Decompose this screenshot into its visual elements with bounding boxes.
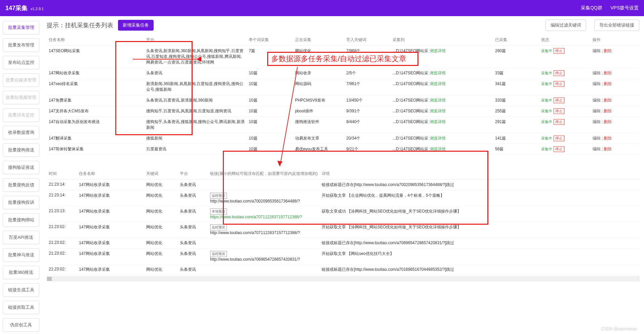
sidebar-item-0[interactable]: 批量采集管理: [3, 21, 39, 34]
cell-operation: 编辑|删除: [591, 46, 639, 68]
remote-preview-btn[interactable]: 远程预览: [210, 224, 227, 230]
edit-link[interactable]: 编辑: [593, 119, 601, 124]
link-qq-group[interactable]: 采集QQ群: [581, 5, 602, 11]
cell-log-task: 147网站收录采集: [77, 190, 144, 206]
cell-collecting: 易优eyou发布工具: [293, 144, 345, 155]
sidebar-item-17[interactable]: 伪原创工具: [3, 318, 39, 332]
stop-button[interactable]: 停止: [554, 119, 564, 125]
cell-task-name: 147seo排名采集: [47, 79, 144, 95]
stop-button[interactable]: 停止: [554, 70, 564, 76]
sidebar-item-10[interactable]: 批量搜狗投诉: [3, 196, 39, 209]
task-row: 147自动采集为原创发布推送搜狗知乎,头条资讯,搜狐新闻,搜狗公众号,腾讯新闻,…: [47, 117, 639, 133]
sidebar-item-13[interactable]: 批量神马推送: [3, 248, 39, 262]
sidebar-item-8[interactable]: 搜狗验证推送: [3, 161, 39, 174]
edit-link[interactable]: 编辑: [593, 109, 601, 113]
cell-log-keyword: 网站优化: [144, 190, 178, 206]
th-status: 状态: [539, 34, 591, 46]
view-detail-link[interactable]: 浏览详情: [430, 147, 446, 151]
delete-link[interactable]: 删除: [604, 136, 612, 141]
export-error-links-button[interactable]: 导出全部错误链接: [594, 20, 639, 31]
edit-link[interactable]: 编辑: [593, 136, 601, 141]
stop-button[interactable]: 停止: [554, 48, 564, 54]
log-url[interactable]: http://www.toutiao.com/a7069654728657420…: [210, 257, 300, 262]
view-detail-link[interactable]: 浏览详情: [430, 71, 446, 75]
cell-import: 9/440个: [344, 117, 390, 133]
cell-log-detail: 开始获取文章 【涂网科技_网站SEO优化如何做_关于SEO优化详细操作步骤】: [320, 222, 639, 238]
edit-link[interactable]: 编辑: [593, 98, 601, 103]
sidebar-item-7[interactable]: 批量搜狗推送: [3, 143, 39, 157]
delete-link[interactable]: 删除: [604, 71, 612, 75]
view-detail-link[interactable]: 浏览详情: [430, 109, 446, 113]
delete-link[interactable]: 删除: [604, 81, 612, 86]
view-detail-link[interactable]: 浏览详情: [430, 81, 446, 86]
delete-link[interactable]: 删除: [604, 147, 612, 151]
page-title-row: 提示：挂机采集任务列表 新增采集任务 编辑过滤关键词 导出全部错误链接: [47, 20, 639, 31]
stop-button[interactable]: 停止: [554, 81, 564, 87]
page-title: 提示：挂机采集任务列表: [47, 21, 113, 29]
sidebar-item-3: 批量自媒体管理: [3, 73, 39, 87]
delete-link[interactable]: 删除: [604, 48, 612, 53]
cell-operation: 编辑|删除: [591, 144, 639, 155]
sidebar-item-14[interactable]: 批量360推送: [3, 266, 39, 279]
log-url[interactable]: http://www.toutiao.com/a7071122637157712…: [210, 230, 300, 235]
stop-button[interactable]: 停止: [554, 136, 564, 141]
edit-link[interactable]: 编辑: [593, 81, 601, 86]
th-log-link: 链接(量小的网站可能没有匹配，如需要可群内反馈增加规则): [208, 168, 320, 180]
sidebar: 批量采集管理批量发布管理发布站点监控批量自媒体管理批量短视频管理批量排名监控收录…: [0, 16, 42, 334]
cell-operation: 编辑|删除: [591, 117, 639, 133]
remote-preview-btn[interactable]: 远程预览: [210, 193, 227, 199]
cell-log-platform: 头条资讯: [178, 190, 208, 206]
cell-collected: 291篇: [493, 117, 539, 133]
view-detail-link[interactable]: 浏览详情: [430, 98, 446, 103]
edit-link[interactable]: 编辑: [593, 71, 601, 75]
cell-log-link: 远程预览http://www.toutiao.com/a707112263715…: [208, 222, 320, 238]
cell-operation: 编辑|删除: [591, 133, 639, 144]
th-collected: 已采集: [493, 34, 539, 46]
sidebar-item-6[interactable]: 收录数据查询: [3, 126, 39, 139]
cell-log-detail: 链接或标题已存在[http://www.toutiao.com/a7002098…: [320, 180, 639, 190]
status-label: 采集中: [541, 120, 552, 124]
edit-filter-button[interactable]: 编辑过滤关键词: [546, 20, 586, 31]
edit-link[interactable]: 编辑: [593, 48, 601, 53]
remote-preview-btn[interactable]: 远程预览: [210, 251, 227, 257]
log-row: 21:23:13:147网站收录采集网站优化头条资讯本地预览https://ww…: [47, 206, 639, 222]
cell-log-task: 147网站收录采集: [77, 238, 144, 249]
sidebar-item-15[interactable]: 链接生成工具: [3, 283, 39, 297]
status-label: 采集中: [541, 49, 552, 53]
cell-import: 9/21个: [344, 144, 390, 155]
cell-log-detail: 链接或标题已存在[http://www.toutiao.com/a7069654…: [320, 238, 639, 249]
stop-button[interactable]: 停止: [554, 108, 564, 114]
app-brand: 147采集 v1.2.9.1: [5, 4, 44, 12]
sidebar-item-12[interactable]: 百度API推送: [3, 231, 39, 244]
view-detail-link[interactable]: 浏览详情: [430, 136, 446, 141]
view-detail-link[interactable]: 浏览详情: [430, 119, 446, 124]
th-single: 单个词采集: [247, 34, 293, 46]
sidebar-item-1[interactable]: 批量发布管理: [3, 38, 39, 52]
delete-link[interactable]: 删除: [604, 109, 612, 113]
delete-link[interactable]: 删除: [604, 98, 612, 103]
cell-log-task: 147网站收录采集: [77, 180, 144, 190]
log-row: 21:23:02:147网站收录采集网站优化头条资讯链接或标题已存在[http:…: [47, 264, 639, 275]
app-name: 147采集: [5, 5, 28, 11]
cell-log-link: [208, 264, 320, 275]
cell-log-keyword: 网站优化: [144, 206, 178, 222]
edit-link[interactable]: 编辑: [593, 147, 601, 151]
sidebar-item-16[interactable]: 链接抓取工具: [3, 301, 39, 314]
log-url[interactable]: https://www.toutiao.com/a707112263715771…: [210, 215, 302, 219]
cell-single: 10篇: [247, 79, 293, 95]
sidebar-item-2[interactable]: 发布站点监控: [3, 56, 39, 69]
link-vps-dial[interactable]: VPS拨号设置: [610, 5, 639, 11]
th-collecting: 正在采集: [293, 34, 345, 46]
stop-button[interactable]: 停止: [554, 146, 564, 152]
sidebar-item-9[interactable]: 批量搜狗反馈: [3, 178, 39, 192]
local-preview-btn[interactable]: 本地预览: [210, 209, 227, 215]
new-task-button[interactable]: 新增采集任务: [118, 20, 154, 31]
stop-button[interactable]: 停止: [554, 98, 564, 103]
horizontal-scrollbar[interactable]: [47, 276, 639, 281]
cell-status: 采集中停止: [539, 46, 591, 68]
log-url[interactable]: http://www.toutiao.com/a7002098535617364…: [210, 199, 300, 203]
view-detail-link[interactable]: 浏览详情: [430, 48, 446, 53]
cell-log-platform: 头条资讯: [178, 249, 208, 264]
delete-link[interactable]: 删除: [604, 119, 612, 124]
sidebar-item-11[interactable]: 批量搜狗绑站: [3, 213, 39, 227]
